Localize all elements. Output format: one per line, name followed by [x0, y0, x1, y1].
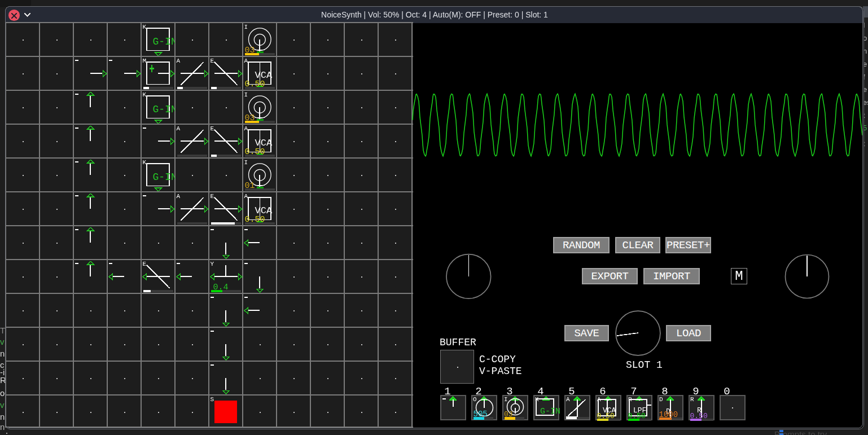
- svg-text:0: 0: [724, 385, 730, 398]
- svg-text:1: 1: [444, 385, 450, 398]
- svg-text:O: O: [473, 396, 477, 403]
- svg-text:R: R: [690, 396, 694, 403]
- svg-text:D: D: [659, 396, 663, 403]
- svg-text:A: A: [566, 396, 570, 403]
- svg-text:I: I: [504, 396, 508, 403]
- svg-text:G-IN: G-IN: [540, 407, 560, 416]
